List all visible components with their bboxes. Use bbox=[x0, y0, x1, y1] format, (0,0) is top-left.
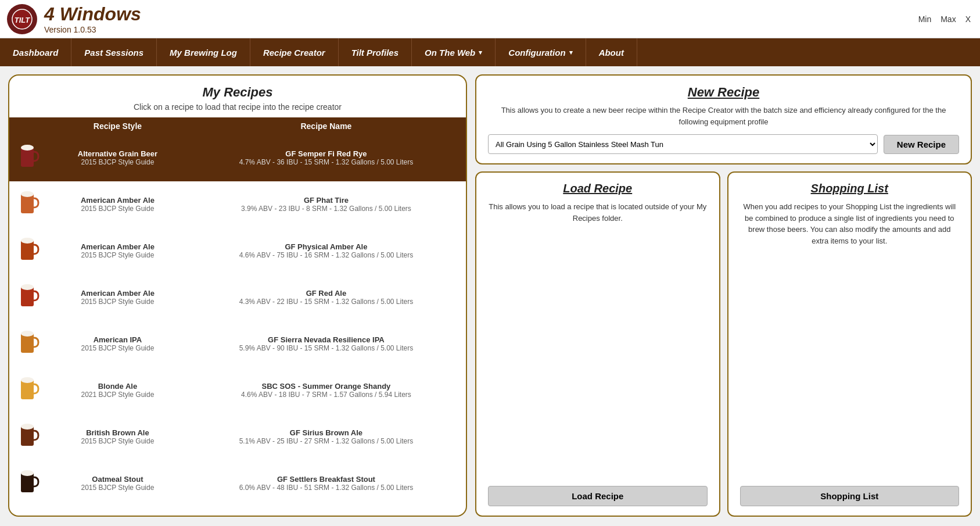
table-row[interactable]: Alternative Grain Beer2015 BJCP Style Gu… bbox=[9, 135, 466, 181]
new-recipe-controls: All Grain Using 5 Gallon Stainless Steel… bbox=[488, 134, 959, 154]
window-controls: Min Max X bbox=[918, 15, 971, 24]
svg-point-5 bbox=[21, 191, 34, 197]
svg-point-9 bbox=[21, 284, 34, 290]
new-recipe-box: New Recipe This allows you to create a n… bbox=[475, 74, 972, 164]
table-row[interactable]: American Amber Ale2015 BJCP Style GuideG… bbox=[9, 181, 466, 228]
recipe-icon-cell bbox=[9, 367, 49, 413]
beer-mug-icon bbox=[19, 190, 40, 217]
col-icon bbox=[9, 117, 49, 135]
recipe-name: SBC SOS - Summer Orange Shandy bbox=[192, 382, 460, 391]
recipe-style-name: Oatmeal Stout bbox=[55, 475, 181, 484]
recipe-style-name: British Brown Ale bbox=[55, 428, 181, 437]
recipe-icon-cell bbox=[9, 181, 49, 228]
table-row[interactable]: Oatmeal Stout2015 BJCP Style GuideGF Set… bbox=[9, 460, 466, 506]
shopping-list-description: When you add recipes to your Shopping Li… bbox=[740, 201, 960, 477]
table-row[interactable]: American IPA2015 BJCP Style GuideGF Sier… bbox=[9, 321, 466, 367]
recipe-style-name: American Amber Ale bbox=[55, 289, 181, 298]
beer-mug-icon bbox=[19, 376, 40, 403]
beer-mug-icon bbox=[19, 144, 40, 170]
recipe-details: 5.9% ABV - 90 IBU - 15 SRM - 1.32 Gallon… bbox=[192, 344, 460, 352]
svg-text:TILT: TILT bbox=[15, 16, 31, 24]
svg-point-13 bbox=[21, 377, 34, 383]
recipe-icon-cell bbox=[9, 460, 49, 506]
recipe-name-cell: GF Sirius Brown Ale5.1% ABV - 25 IBU - 2… bbox=[186, 413, 466, 460]
recipe-name: GF Red Ale bbox=[192, 289, 460, 298]
recipe-name: GF Sirius Brown Ale bbox=[192, 428, 460, 437]
recipe-style-cell: Blonde Ale2021 BJCP Style Guide bbox=[49, 367, 186, 413]
beer-mug-icon bbox=[19, 469, 40, 496]
svg-point-3 bbox=[21, 145, 34, 151]
recipe-style-cell: American IPA2015 BJCP Style Guide bbox=[49, 321, 186, 367]
shopping-list-box: Shopping List When you add recipes to yo… bbox=[727, 171, 972, 517]
svg-point-7 bbox=[21, 238, 34, 244]
recipe-details: 4.6% ABV - 75 IBU - 16 SRM - 1.32 Gallon… bbox=[192, 251, 460, 259]
on-the-web-dropdown-arrow: ▾ bbox=[479, 49, 482, 56]
recipe-style-cell: Alternative Grain Beer2015 BJCP Style Gu… bbox=[49, 135, 186, 181]
recipe-name: GF Physical Amber Ale bbox=[192, 242, 460, 251]
nav-tilt-profiles[interactable]: Tilt Profiles bbox=[339, 38, 412, 66]
recipe-style-cell: British Brown Ale2015 BJCP Style Guide bbox=[49, 413, 186, 460]
table-row[interactable]: Blonde Ale2021 BJCP Style GuideSBC SOS -… bbox=[9, 367, 466, 413]
recipe-name-cell: GF Phat Tire3.9% ABV - 23 IBU - 8 SRM - … bbox=[186, 181, 466, 228]
load-recipe-title: Load Recipe bbox=[563, 182, 632, 195]
nav-about[interactable]: About bbox=[586, 38, 637, 66]
equipment-select[interactable]: All Grain Using 5 Gallon Stainless Steel… bbox=[488, 134, 878, 154]
recipe-style-name: Alternative Grain Beer bbox=[55, 149, 181, 158]
recipe-name: GF Phat Tire bbox=[192, 196, 460, 205]
recipe-style-cell: American Amber Ale2015 BJCP Style Guide bbox=[49, 181, 186, 228]
recipe-style-guide: 2015 BJCP Style Guide bbox=[55, 344, 181, 352]
new-recipe-description: This allows you to create a new beer rec… bbox=[488, 105, 959, 127]
nav-my-brewing-log[interactable]: My Brewing Log bbox=[157, 38, 250, 66]
minimize-button[interactable]: Min bbox=[918, 15, 932, 24]
beer-mug-icon bbox=[19, 237, 40, 263]
nav-dashboard[interactable]: Dashboard bbox=[0, 38, 71, 66]
new-recipe-title: New Recipe bbox=[488, 85, 959, 100]
svg-point-11 bbox=[21, 331, 34, 337]
beer-mug-icon bbox=[19, 423, 40, 449]
load-recipe-box: Load Recipe This allows you to load a re… bbox=[475, 171, 720, 517]
recipe-style-guide: 2015 BJCP Style Guide bbox=[55, 484, 181, 492]
recipe-name-cell: GF Sierra Nevada Resilience IPA5.9% ABV … bbox=[186, 321, 466, 367]
recipe-style-name: American IPA bbox=[55, 335, 181, 344]
recipe-name-cell: GF Red Ale4.3% ABV - 22 IBU - 15 SRM - 1… bbox=[186, 274, 466, 321]
svg-point-17 bbox=[21, 470, 34, 476]
recipe-name-cell: SBC SOS - Summer Orange Shandy4.6% ABV -… bbox=[186, 367, 466, 413]
shopping-list-button[interactable]: Shopping List bbox=[740, 486, 960, 506]
recipe-name: GF Sierra Nevada Resilience IPA bbox=[192, 335, 460, 344]
load-recipe-button[interactable]: Load Recipe bbox=[488, 486, 708, 506]
recipe-style-guide: 2015 BJCP Style Guide bbox=[55, 205, 181, 213]
svg-point-15 bbox=[21, 424, 34, 430]
recipe-style-guide: 2021 BJCP Style Guide bbox=[55, 391, 181, 399]
nav-past-sessions[interactable]: Past Sessions bbox=[71, 38, 157, 66]
table-row[interactable]: American Amber Ale2015 BJCP Style GuideG… bbox=[9, 228, 466, 274]
app-title-block: 4 Windows Version 1.0.53 bbox=[44, 3, 141, 34]
recipe-details: 3.9% ABV - 23 IBU - 8 SRM - 1.32 Gallons… bbox=[192, 205, 460, 213]
beer-mug-icon bbox=[19, 283, 40, 310]
new-recipe-button[interactable]: New Recipe bbox=[884, 135, 959, 154]
tilt-logo-icon: TILT bbox=[12, 9, 33, 30]
configuration-dropdown-arrow: ▾ bbox=[569, 49, 573, 56]
main-content: My Recipes Click on a recipe to load tha… bbox=[0, 66, 980, 525]
beer-mug-icon bbox=[19, 330, 40, 356]
nav-configuration[interactable]: Configuration ▾ bbox=[496, 38, 586, 66]
table-row[interactable]: British Brown Ale2015 BJCP Style GuideGF… bbox=[9, 413, 466, 460]
app-version: Version 1.0.53 bbox=[44, 25, 141, 34]
recipe-style-name: Blonde Ale bbox=[55, 382, 181, 391]
close-button[interactable]: X bbox=[965, 15, 971, 24]
shopping-list-title: Shopping List bbox=[811, 182, 888, 195]
nav-on-the-web[interactable]: On The Web ▾ bbox=[412, 38, 496, 66]
recipe-icon-cell bbox=[9, 321, 49, 367]
recipe-details: 4.7% ABV - 36 IBU - 15 SRM - 1.32 Gallon… bbox=[192, 158, 460, 166]
recipes-panel-title: My Recipes bbox=[9, 85, 466, 100]
recipes-panel-subtitle: Click on a recipe to load that recipe in… bbox=[9, 102, 466, 112]
recipe-name-cell: GF Semper Fi Red Rye4.7% ABV - 36 IBU - … bbox=[186, 135, 466, 181]
col-style: Recipe Style bbox=[49, 117, 186, 135]
table-row[interactable]: American Amber Ale2015 BJCP Style GuideG… bbox=[9, 274, 466, 321]
recipe-details: 4.6% ABV - 18 IBU - 7 SRM - 1.57 Gallons… bbox=[192, 391, 460, 399]
maximize-button[interactable]: Max bbox=[940, 15, 956, 24]
recipe-icon-cell bbox=[9, 274, 49, 321]
right-panel: New Recipe This allows you to create a n… bbox=[475, 74, 972, 517]
recipe-style-cell: Oatmeal Stout2015 BJCP Style Guide bbox=[49, 460, 186, 506]
nav-recipe-creator[interactable]: Recipe Creator bbox=[250, 38, 339, 66]
titlebar: TILT 4 Windows Version 1.0.53 Min Max X bbox=[0, 0, 980, 38]
